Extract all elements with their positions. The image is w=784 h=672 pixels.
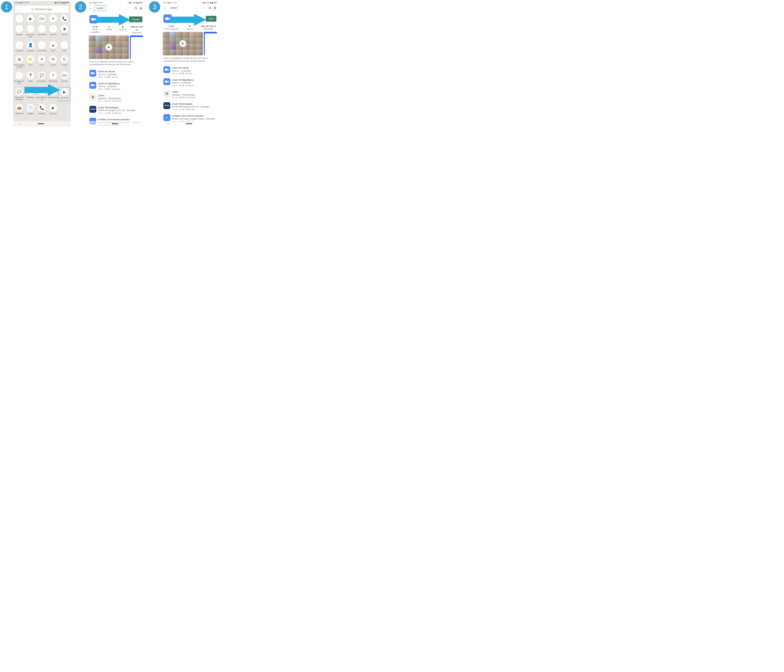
app-planilhas[interactable]: ▦ Planilhas: [25, 88, 36, 101]
nav-home-pill[interactable]: [112, 123, 118, 124]
app-play-filmes-e-tv[interactable]: ▶ Play Filmes eTV: [36, 88, 47, 101]
screenshot-video[interactable]: [89, 36, 129, 59]
zoom-app-icon[interactable]: [163, 14, 172, 23]
ic-msg-icon: 💬: [38, 72, 46, 79]
app-câmera[interactable]: ◉ Câmera: [48, 25, 59, 37]
app-chrome[interactable]: ◉ Chrome: [59, 25, 70, 37]
result-item[interactable]: Zoom for Intune zoom.us•Corporativo 3,8 …: [89, 68, 142, 80]
app-telefone[interactable]: 📞 Telefone: [36, 104, 47, 115]
app-label: Fotos: [40, 64, 44, 66]
app-ic-play[interactable]: ▶: [25, 15, 36, 23]
app-google[interactable]: G Google: [59, 55, 70, 68]
app-gmail[interactable]: M Gmail: [48, 55, 59, 68]
app-contatos[interactable]: 👤 Contatos: [25, 41, 36, 52]
ic-clock-icon: 🕑: [26, 104, 34, 112]
open-button[interactable]: Abrir: [206, 16, 216, 22]
result-item[interactable]: ⚙ Zoom joaomgcd•Personalização 3,7 ★449 …: [163, 89, 216, 101]
result-app-icon: ZOOM: [89, 106, 96, 113]
install-button[interactable]: Instalar: [129, 17, 142, 22]
search-icon[interactable]: [208, 6, 212, 10]
meta-age[interactable]: E Todos ⓘ: [116, 25, 130, 34]
app-documentos[interactable]: ≡ Documentos: [36, 41, 47, 52]
step-badge-1: 1: [1, 1, 12, 12]
back-icon[interactable]: ←: [163, 6, 166, 10]
app-calculadora[interactable]: ＋− ×＝ Calculadora: [36, 25, 47, 37]
app-ic-gnews[interactable]: G≡: [36, 15, 47, 23]
app-play-música[interactable]: ▶ Play Música: [48, 88, 59, 101]
app-fotos[interactable]: ✦ Fotos: [36, 55, 47, 68]
result-item[interactable]: Zoom for Intune zoom.us•Corporativo 3,8 …: [163, 65, 216, 77]
app-rádio-fm[interactable]: 📻 Rádio FM: [14, 104, 25, 115]
nav-back-icon[interactable]: ‹: [20, 122, 20, 125]
app-apresenta--ções[interactable]: ▭ Apresenta-ções: [25, 25, 36, 37]
play-icon[interactable]: [179, 40, 186, 47]
status-icons-left: ▧ ⟳ ✕ ⬇ •: [94, 2, 103, 4]
app-notícias[interactable]: G≡ Notícias: [59, 72, 70, 84]
mic-icon[interactable]: [139, 6, 143, 10]
app-agenda[interactable]: 14 Agenda: [14, 25, 25, 37]
app-ic-gear[interactable]: ⚙: [14, 15, 25, 23]
meta-rating[interactable]: 3,9★ 92 mil avaliações: [162, 25, 180, 30]
phone-screen-1: 11:12 ▧ ⟳ ✕ ⬇ • ᚼ ▣ ◫ 4G ▮◢ 49% Pesquisa…: [13, 1, 70, 126]
app-youtube[interactable]: ▶ YouTube: [48, 104, 59, 115]
battery-pct: 49%: [213, 2, 217, 4]
result-publisher: ZOOM Technologies (I) Pvt. Ltd.•Educação: [98, 109, 142, 112]
play-icon[interactable]: [105, 44, 112, 51]
screenshot-2[interactable]: [204, 32, 217, 55]
signal-icon: ▮◢: [136, 2, 139, 4]
app-label: Moto Ajuda: [48, 80, 58, 82]
search-icon[interactable]: [134, 6, 138, 10]
result-item[interactable]: Zoom for BlackBerry zoom.us•Corporativo …: [89, 80, 142, 92]
app-ic-gphotos[interactable]: ✦: [48, 15, 59, 23]
screenshots-row[interactable]: [161, 32, 219, 55]
meta-size[interactable]: ⬇ 29 MB: [102, 25, 116, 34]
zoom-app-icon[interactable]: [89, 15, 98, 23]
nav-home-pill[interactable]: [38, 123, 44, 124]
screenshot-video[interactable]: [163, 32, 203, 55]
nav-back-icon[interactable]: ‹: [168, 122, 168, 125]
star-icon: ★: [96, 25, 98, 28]
nav-home-pill[interactable]: [186, 123, 192, 124]
result-app-icon: ⚙: [89, 94, 96, 101]
app-ferramentas-do-sim[interactable]: ▦ Ferramentasdo SIM: [14, 55, 25, 68]
app-gravador-de-tela[interactable]: ⦿ Gravador detela: [14, 72, 25, 84]
result-item[interactable]: ⚙ Zoom joaomgcd•Personalização 3,7 ★449 …: [89, 92, 142, 104]
result-item[interactable]: ZOOM Zoom Technologies ZOOM Technologies…: [163, 101, 216, 113]
status-time: 11:12: [89, 2, 93, 4]
back-icon[interactable]: ←: [89, 6, 92, 10]
app-play-store[interactable]: ▶ Play Store: [59, 88, 70, 101]
nav-back-icon[interactable]: ‹: [93, 122, 95, 125]
signal-4g: 4G: [59, 2, 62, 4]
meta-downloads[interactable]: Mais de 100 mi Downloads: [199, 25, 218, 30]
result-title: ezTalks Livre Nuvem encontro: [98, 118, 142, 121]
app-header: Abrir: [161, 12, 219, 23]
mic-icon[interactable]: [213, 6, 217, 10]
app-moto-ajuda[interactable]: ? Moto Ajuda: [48, 72, 59, 84]
search-query[interactable]: zoom: [168, 5, 179, 11]
app-relógio[interactable]: 🕑 Relógio: [25, 104, 36, 115]
app-files[interactable]: 📁 Files: [25, 55, 36, 68]
app-notificações-motorola[interactable]: 💬 NotificaçõesMotorola: [14, 88, 25, 101]
ic-gnews-icon: G≡: [61, 72, 68, 79]
signal-4g: 4G: [133, 2, 136, 4]
app-grid: 14 Agenda▭ Apresenta-ções＋− ×＝ Calculado…: [13, 23, 70, 115]
app-configurar[interactable]: ⚙ Configurar: [14, 41, 25, 52]
app-description: Zoom é um aplicativo reunião HD livre co…: [161, 55, 219, 65]
screenshot-2[interactable]: [130, 36, 143, 59]
result-publisher: joaomgcd•Personalização: [98, 97, 142, 100]
app-maps[interactable]: 📍 Maps: [25, 72, 36, 84]
result-item[interactable]: ZOOM Zoom Technologies ZOOM Technologies…: [89, 104, 142, 116]
app-mensagens[interactable]: 💬 Mensagens: [36, 72, 47, 84]
app-label: Duo: [63, 50, 66, 52]
meta-rating[interactable]: 3,9★ 92 mil avaliações: [88, 25, 102, 34]
screenshots-row[interactable]: [87, 36, 145, 59]
search-query[interactable]: zoom: [94, 5, 106, 11]
meta-downloads[interactable]: Mais de 100 mi Downloads: [130, 25, 144, 34]
search-apps-field[interactable]: Pesquisar apps: [15, 6, 69, 13]
app-drive[interactable]: ▲ Drive: [48, 41, 59, 52]
meta-age[interactable]: E Todos ⓘ: [180, 25, 199, 30]
app-duo[interactable]: ▶ Duo: [59, 41, 70, 52]
download-box-icon: ⊞: [186, 96, 188, 99]
result-item[interactable]: Zoom for BlackBerry zoom.us•Corporativo …: [163, 77, 216, 89]
app-ic-phone[interactable]: 📞: [59, 15, 70, 23]
